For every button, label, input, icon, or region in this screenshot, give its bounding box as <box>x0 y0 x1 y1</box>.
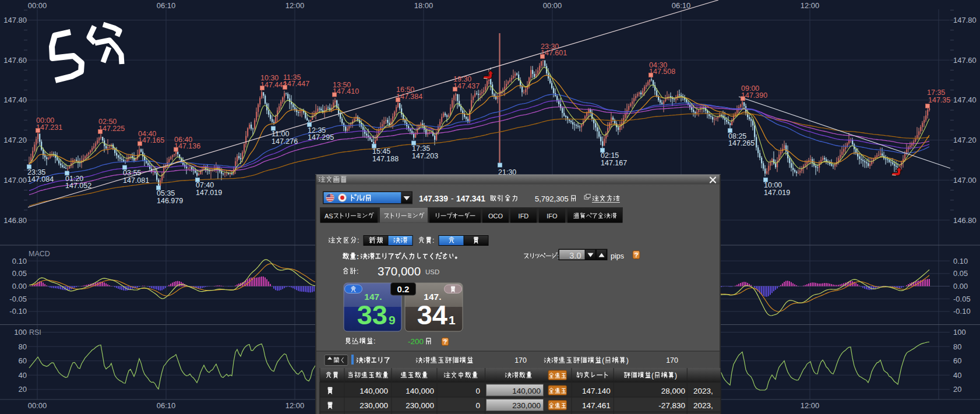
svg-text:147.20: 147.20 <box>953 136 977 144</box>
svg-text:12:00: 12:00 <box>801 401 820 410</box>
svg-text:147.019: 147.019 <box>764 189 790 197</box>
svg-text:147.80: 147.80 <box>3 16 27 24</box>
svg-text:0: 0 <box>475 387 480 395</box>
svg-text:-: - <box>451 194 454 203</box>
svg-text:06:10: 06:10 <box>157 401 176 410</box>
svg-text:?: ? <box>634 252 639 259</box>
svg-text:370,000: 370,000 <box>378 264 421 278</box>
svg-text::: : <box>432 236 434 245</box>
svg-text:147.276: 147.276 <box>272 137 298 146</box>
svg-text:MACD: MACD <box>29 250 50 258</box>
svg-text:147.084: 147.084 <box>27 175 54 183</box>
svg-text:0.10: 0.10 <box>12 257 27 266</box>
svg-text:146.80: 146.80 <box>953 216 977 225</box>
svg-text:60: 60 <box>953 356 961 365</box>
svg-text:147.265: 147.265 <box>728 139 755 147</box>
svg-text:12:00: 12:00 <box>801 1 820 10</box>
svg-text:?: ? <box>443 338 447 345</box>
svg-text:): ) <box>626 356 629 365</box>
svg-text:-27,830: -27,830 <box>658 401 685 410</box>
svg-text:230,000: 230,000 <box>359 401 388 410</box>
svg-text:34: 34 <box>417 299 447 330</box>
svg-text:00:00: 00:00 <box>28 1 47 10</box>
svg-text:20: 20 <box>953 385 961 394</box>
svg-text::: : <box>357 253 359 261</box>
svg-text:60: 60 <box>19 356 27 365</box>
svg-text:00:00: 00:00 <box>543 1 562 10</box>
svg-text:147.35: 147.35 <box>928 96 950 104</box>
svg-text:-0.10: -0.10 <box>953 307 971 316</box>
svg-text:IFO: IFO <box>547 213 558 220</box>
svg-text:230,000: 230,000 <box>406 401 434 410</box>
svg-text:147.081: 147.081 <box>123 176 149 185</box>
svg-text::: : <box>357 267 358 275</box>
svg-text:170: 170 <box>514 356 527 365</box>
svg-text:0.00: 0.00 <box>12 282 27 291</box>
svg-text:06:10: 06:10 <box>672 1 691 10</box>
svg-text:3.0: 3.0 <box>569 251 581 260</box>
svg-text:100: 100 <box>953 328 966 337</box>
svg-text:RSI: RSI <box>29 328 41 337</box>
svg-text:147.140: 147.140 <box>582 387 611 395</box>
svg-text:IFD: IFD <box>519 213 529 220</box>
svg-text:140,000: 140,000 <box>512 387 541 395</box>
svg-text:147.203: 147.203 <box>412 152 438 160</box>
svg-text:20: 20 <box>19 385 27 394</box>
svg-text:-200: -200 <box>408 337 424 346</box>
svg-text:147.00: 147.00 <box>953 176 977 185</box>
svg-text:OCO: OCO <box>488 213 503 220</box>
svg-text:100: 100 <box>14 328 27 337</box>
svg-text:170: 170 <box>666 356 678 365</box>
svg-text:147.339: 147.339 <box>419 194 448 203</box>
svg-text:33: 33 <box>357 299 387 330</box>
svg-text:/: / <box>363 194 365 203</box>
svg-text:12:00: 12:00 <box>285 1 305 10</box>
svg-text:0.00: 0.00 <box>953 282 968 291</box>
svg-text:147.60: 147.60 <box>953 56 977 65</box>
svg-text:80: 80 <box>19 342 27 351</box>
svg-text:147.188: 147.188 <box>372 155 399 163</box>
svg-text:80: 80 <box>953 342 961 351</box>
svg-text:0.05: 0.05 <box>953 269 968 278</box>
svg-text:17:35: 17:35 <box>927 89 945 97</box>
svg-text:28,000: 28,000 <box>661 387 685 395</box>
svg-text:146.979: 146.979 <box>157 197 183 205</box>
svg-text:0.05: 0.05 <box>12 269 27 278</box>
svg-text:USD: USD <box>425 268 439 275</box>
svg-text:147.341: 147.341 <box>456 194 485 203</box>
svg-text:12:00: 12:00 <box>285 401 305 410</box>
svg-text::: : <box>373 337 375 345</box>
svg-text:230,000: 230,000 <box>512 401 541 410</box>
svg-text:-0.05: -0.05 <box>9 295 27 303</box>
svg-text:147.167: 147.167 <box>601 159 627 167</box>
svg-text:5,792,305: 5,792,305 <box>535 194 569 203</box>
svg-text:): ) <box>675 371 677 380</box>
svg-text:147.80: 147.80 <box>953 16 977 24</box>
svg-text:1: 1 <box>449 313 456 327</box>
svg-text:AS: AS <box>325 213 333 220</box>
svg-text:146.80: 146.80 <box>3 216 27 225</box>
svg-text:-0.05: -0.05 <box>953 295 971 303</box>
svg-text:06:10: 06:10 <box>157 1 176 10</box>
svg-text::: : <box>357 236 359 245</box>
svg-text:147.20: 147.20 <box>3 136 27 144</box>
svg-text:147.40: 147.40 <box>3 95 27 104</box>
svg-text:18:00: 18:00 <box>414 1 433 10</box>
svg-text:147.60: 147.60 <box>3 56 27 65</box>
svg-text:0.10: 0.10 <box>953 257 968 266</box>
svg-text:147.019: 147.019 <box>196 189 222 197</box>
svg-text:00:00: 00:00 <box>28 401 47 410</box>
svg-text:140,000: 140,000 <box>359 387 388 395</box>
svg-text:147.052: 147.052 <box>65 182 91 190</box>
svg-text:147.00: 147.00 <box>3 176 27 185</box>
svg-text:2023,: 2023, <box>693 401 713 410</box>
svg-text:0: 0 <box>475 401 480 410</box>
svg-text:140,000: 140,000 <box>406 387 434 395</box>
svg-text:-0.10: -0.10 <box>9 307 27 316</box>
svg-text:40: 40 <box>953 371 961 380</box>
svg-text:9: 9 <box>389 313 396 327</box>
svg-text:2023,: 2023, <box>693 387 713 395</box>
svg-text:147.461: 147.461 <box>582 401 611 410</box>
svg-text:pips: pips <box>611 252 624 260</box>
svg-text:147.40: 147.40 <box>953 95 977 104</box>
